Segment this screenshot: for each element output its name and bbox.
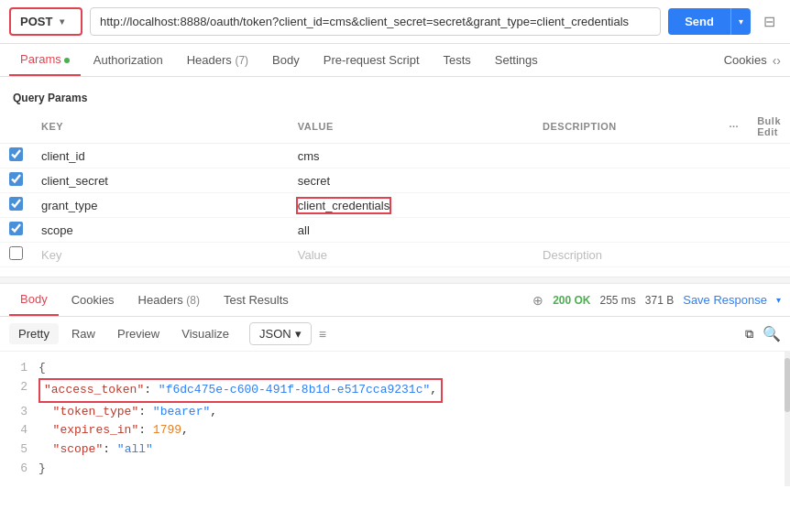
- tab-authorization[interactable]: Authorization: [82, 45, 174, 75]
- status-code: 200 OK: [553, 294, 590, 307]
- url-input[interactable]: [90, 7, 661, 36]
- row-checkbox-2[interactable]: [9, 172, 23, 186]
- json-format-chevron: ▾: [295, 327, 302, 341]
- desc-cell-2[interactable]: [533, 168, 719, 193]
- section-divider: [0, 277, 790, 284]
- key-placeholder[interactable]: Key: [32, 243, 289, 267]
- filter-icon[interactable]: ≡: [319, 327, 326, 342]
- desc-cell-4[interactable]: [533, 218, 719, 243]
- save-response-chevron[interactable]: ▾: [776, 295, 781, 305]
- col-header-description: DESCRIPTION: [533, 110, 719, 144]
- value-placeholder[interactable]: Value: [289, 243, 533, 267]
- send-dropdown-button[interactable]: ▾: [730, 8, 751, 35]
- response-tab-cookies[interactable]: Cookies: [60, 285, 126, 315]
- search-icon[interactable]: 🔍: [763, 325, 781, 342]
- response-tab-headers[interactable]: Headers (8): [127, 285, 211, 315]
- bulk-edit-button[interactable]: Bulk Edit: [748, 110, 790, 144]
- save-response-button[interactable]: Save Response: [683, 293, 767, 307]
- tab-tests[interactable]: Tests: [433, 45, 482, 75]
- query-params-title: Query Params: [0, 86, 790, 110]
- value-cell-1[interactable]: cms: [289, 144, 533, 168]
- query-params-section: Query Params KEY VALUE DESCRIPTION ··· B…: [0, 77, 790, 277]
- desc-cell-1[interactable]: [533, 144, 719, 168]
- send-button-group: Send ▾: [668, 8, 751, 35]
- fmt-tab-raw[interactable]: Raw: [62, 323, 104, 344]
- col-header-value: VALUE: [289, 110, 533, 144]
- key-cell-4[interactable]: scope: [32, 218, 289, 243]
- table-row-placeholder: Key Value Description: [0, 243, 790, 267]
- tab-settings[interactable]: Settings: [484, 45, 549, 75]
- response-tab-body[interactable]: Body: [9, 284, 59, 316]
- key-cell-1[interactable]: client_id: [32, 144, 289, 168]
- highlighted-value[interactable]: client_credentials: [298, 199, 390, 212]
- response-meta: ⊕ 200 OK 255 ms 371 B Save Response ▾: [532, 293, 781, 308]
- row-checkbox-placeholder[interactable]: [9, 246, 23, 260]
- value-cell-3[interactable]: client_credentials: [289, 193, 533, 218]
- scrollbar-thumb[interactable]: [785, 358, 790, 412]
- fmt-tab-visualize[interactable]: Visualize: [172, 323, 238, 344]
- response-time: 255 ms: [600, 294, 636, 307]
- code-line-4: 4 "expires_in": 1799,: [13, 421, 777, 440]
- row-checkbox-1[interactable]: [9, 147, 23, 161]
- desc-placeholder[interactable]: Description: [533, 243, 719, 267]
- key-cell-3[interactable]: grant_type: [32, 193, 289, 218]
- params-dot: [64, 58, 70, 63]
- code-line-6: 6 }: [13, 460, 777, 479]
- value-cell-4[interactable]: all: [289, 218, 533, 243]
- globe-icon: ⊕: [532, 293, 543, 308]
- col-header-key: KEY: [32, 110, 289, 144]
- key-cell-2[interactable]: client_secret: [32, 168, 289, 193]
- row-checkbox-3[interactable]: [9, 197, 23, 211]
- response-tab-test-results[interactable]: Test Results: [213, 285, 300, 315]
- request-tabs: Params Authorization Headers (7) Body Pr…: [0, 44, 790, 77]
- tab-prerequest[interactable]: Pre-request Script: [313, 45, 431, 75]
- cookies-link[interactable]: Cookies: [724, 53, 767, 67]
- copy-icon[interactable]: ⧉: [745, 327, 753, 342]
- code-line-2: 2 "access_token": "f6dc475e-c600-491f-8b…: [13, 378, 777, 403]
- json-format-select[interactable]: JSON ▾: [249, 322, 312, 345]
- table-row: grant_type client_credentials: [0, 193, 790, 218]
- top-bar: POST ▾ Send ▾ ⊟: [0, 0, 790, 44]
- tab-body[interactable]: Body: [261, 45, 311, 75]
- row-checkbox-4[interactable]: [9, 222, 23, 235]
- side-panel-button[interactable]: ⊟: [758, 7, 781, 36]
- format-bar: Pretty Raw Preview Visualize JSON ▾ ≡ ⧉ …: [0, 317, 790, 352]
- code-line-1: 1 {: [13, 359, 777, 378]
- value-cell-2[interactable]: secret: [289, 168, 533, 193]
- response-section: Body Cookies Headers (8) Test Results ⊕ …: [0, 284, 790, 486]
- method-select[interactable]: POST ▾: [9, 7, 82, 36]
- table-row: client_secret secret: [0, 168, 790, 193]
- method-label: POST: [20, 15, 52, 28]
- code-line-5: 5 "scope": "all": [13, 440, 777, 460]
- table-row: scope all: [0, 218, 790, 243]
- fmt-tab-preview[interactable]: Preview: [108, 323, 169, 344]
- code-line-3: 3 "token_type": "bearer",: [13, 403, 777, 422]
- tab-headers[interactable]: Headers (7): [176, 45, 259, 75]
- access-token-highlighted: "access_token": "f6dc475e-c600-491f-8b1d…: [38, 378, 443, 403]
- tabs-scroll-right[interactable]: ‹›: [773, 53, 781, 68]
- fmt-tab-pretty[interactable]: Pretty: [9, 323, 59, 344]
- response-tabs: Body Cookies Headers (8) Test Results ⊕ …: [0, 284, 790, 317]
- send-button[interactable]: Send: [668, 8, 730, 35]
- response-body: 1 { 2 "access_token": "f6dc475e-c600-491…: [0, 352, 790, 486]
- method-chevron: ▾: [60, 16, 64, 27]
- response-size: 371 B: [645, 294, 674, 307]
- scrollbar-track[interactable]: [785, 352, 790, 486]
- params-table: KEY VALUE DESCRIPTION ··· Bulk Edit clie…: [0, 110, 790, 267]
- tab-params[interactable]: Params: [9, 44, 81, 76]
- desc-cell-3[interactable]: [533, 193, 719, 218]
- json-format-label: JSON: [259, 327, 291, 341]
- table-row: client_id cms: [0, 144, 790, 168]
